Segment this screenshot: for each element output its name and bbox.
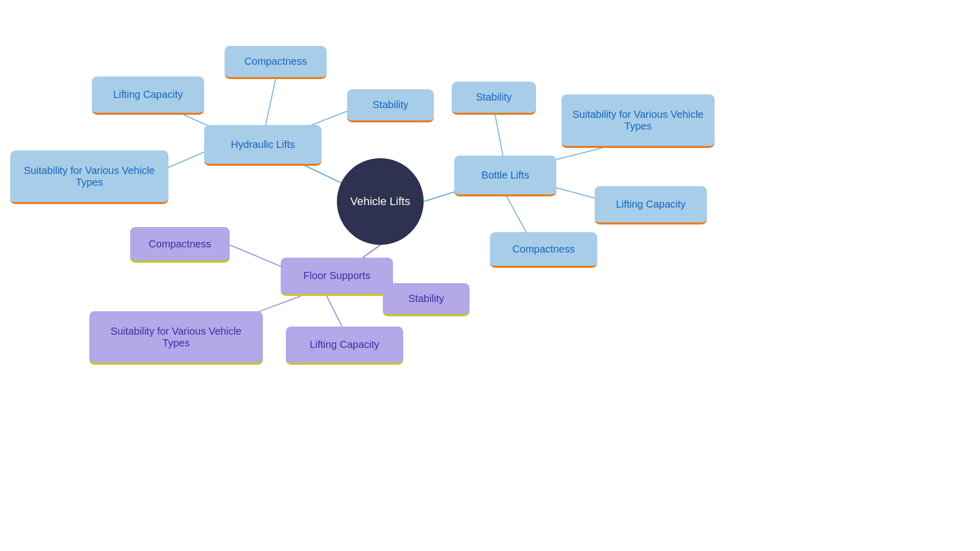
h-lifting-node: Lifting Capacity bbox=[92, 77, 204, 115]
svg-line-13 bbox=[327, 296, 342, 327]
b-stability-node: Stability bbox=[452, 82, 536, 115]
f-suitability-node: Suitability for Various Vehicle Types bbox=[89, 311, 263, 365]
f-lifting-node: Lifting Capacity bbox=[286, 327, 403, 365]
h-stability-node: Stability bbox=[347, 89, 434, 122]
hydraulic-lifts-node: Hydraulic Lifts bbox=[204, 125, 322, 166]
f-stability-node: Stability bbox=[383, 283, 470, 316]
b-suitability-node: Suitability for Various Vehicle Types bbox=[561, 94, 715, 148]
bottle-lifts-node: Bottle Lifts bbox=[454, 156, 556, 196]
f-compactness-node: Compactness bbox=[130, 227, 230, 263]
b-lifting-node: Lifting Capacity bbox=[595, 186, 707, 224]
mind-map: Vehicle Lifts Hydraulic Lifts Compactnes… bbox=[0, 0, 980, 551]
h-suitability-node: Suitability for Various Vehicle Types bbox=[10, 151, 168, 204]
floor-supports-node: Floor Supports bbox=[281, 258, 393, 296]
b-compactness-node: Compactness bbox=[490, 232, 597, 268]
h-compactness-node: Compactness bbox=[225, 46, 327, 79]
center-node: Vehicle Lifts bbox=[337, 158, 424, 245]
center-label: Vehicle Lifts bbox=[350, 195, 410, 208]
